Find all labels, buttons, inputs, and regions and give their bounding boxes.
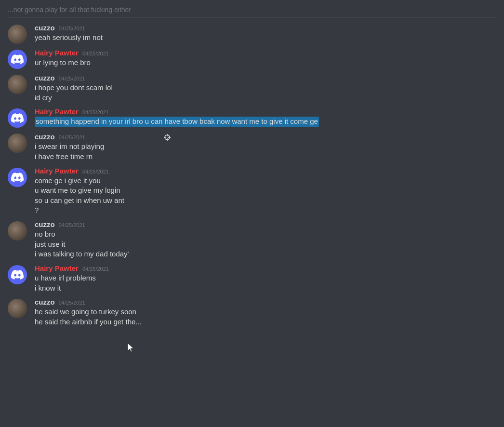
message-group: cuzzo04/25/2021i hope you dont scam loli… [8,72,496,105]
message-content: cuzzo04/25/2021no brojust use iti was ta… [35,220,496,259]
message-line: so u can get in when uw ant [35,196,496,206]
username: Hairy Pawter [35,264,79,272]
timestamp: 04/25/2021 [82,109,109,115]
timestamp: 04/25/2021 [59,76,85,81]
message-content: cuzzo04/25/2021he said we going to turke… [35,298,496,327]
message-header: cuzzo04/25/2021 [35,74,496,82]
message-header: Hairy Pawter04/25/2021 [35,49,496,57]
messages-container: ...not gonna play for all that fucking e… [0,0,504,334]
message-group: cuzzo04/25/2021no brojust use iti was ta… [8,218,496,261]
message-line: something happend in your irl [35,117,132,127]
message-group: cuzzo04/25/2021yeah seriously im not [8,22,496,46]
timestamp: 04/25/2021 [59,300,85,306]
message-content: cuzzo04/25/2021i hope you dont scam loli… [35,74,496,103]
username: cuzzo [35,74,55,82]
message-line: ? [35,205,496,215]
avatar [8,75,27,94]
username: Hairy Pawter [35,167,79,175]
message-header: Hairy Pawter04/25/2021 [35,167,496,175]
message-line: no bro [35,229,496,240]
message-group: Hairy Pawter04/25/2021ur lying to me bro [8,47,496,71]
message-group: Hairy Pawter04/25/2021come ge i give it … [8,165,496,218]
message-header: cuzzo04/25/2021 [35,133,496,141]
timestamp: 04/25/2021 [82,169,109,174]
avatar [8,50,27,69]
message-content: Hairy Pawter04/25/2021something happend … [35,107,496,128]
message-content: Hairy Pawter04/25/2021ur lying to me bro [35,49,496,69]
message-line: come ge i give it you [35,176,496,186]
avatar [8,265,27,284]
username: Hairy Pawter [35,49,79,57]
timestamp: 04/25/2021 [82,266,109,272]
username: cuzzo [35,298,55,306]
message-line: u want me to give my login [35,186,496,196]
timestamp: 04/25/2021 [82,51,109,56]
partial-message: ...not gonna play for all that fucking e… [8,4,496,18]
message-group: cuzzo04/25/2021i swear im not playingi h… [8,131,496,163]
avatar [8,108,27,128]
message-header: cuzzo04/25/2021 [35,24,496,32]
username: cuzzo [35,24,55,32]
mouse-cursor [128,343,135,354]
message-line: i was talking to my dad today' [35,249,496,259]
message-header: Hairy Pawter04/25/2021 [35,107,496,116]
message-header: cuzzo04/25/2021 [35,298,496,306]
message-line: id cry [35,93,496,103]
message-content: cuzzo04/25/2021i swear im not playingi h… [35,133,496,161]
message-line: he said we going to turkey soon [35,307,496,317]
message-header: cuzzo04/25/2021 [35,220,496,228]
message-header: Hairy Pawter04/25/2021 [35,264,496,272]
message-content: cuzzo04/25/2021yeah seriously im not [35,24,496,44]
message-line: i hope you dont scam lol [35,83,496,93]
message-group: Hairy Pawter04/25/2021u have irl problem… [8,262,496,295]
avatar [8,299,27,318]
username: cuzzo [35,133,55,141]
message-line: bro u can have tbow bcak now [132,117,231,127]
timestamp: 04/25/2021 [59,222,85,228]
timestamp: 04/25/2021 [59,134,85,140]
avatar [8,25,27,44]
message-line: he said the airbnb if you get the... [35,317,496,327]
message-group: Hairy Pawter04/25/2021something happend … [8,106,496,130]
username: Hairy Pawter [35,107,79,116]
message-line: i know it [35,283,496,294]
messages-list: cuzzo04/25/2021yeah seriously im not Hai… [8,22,496,330]
message-line: i swear im not playing [35,142,496,152]
message-group: cuzzo04/25/2021he said we going to turke… [8,296,496,329]
message-line: ur lying to me bro [35,58,496,68]
message-line: just use it [35,240,496,250]
avatar [8,133,27,153]
message-line: yeah seriously im not [35,33,496,43]
message-line: i have free time rn [35,152,496,162]
message-content: Hairy Pawter04/25/2021u have irl problem… [35,264,496,293]
avatar [8,168,27,187]
timestamp: 04/25/2021 [59,26,85,31]
message-line: want me to give it come ge [231,117,318,127]
message-line: u have irl problems [35,273,496,283]
message-content: Hairy Pawter04/25/2021come ge i give it … [35,167,496,216]
avatar [8,221,27,240]
username: cuzzo [35,220,55,228]
